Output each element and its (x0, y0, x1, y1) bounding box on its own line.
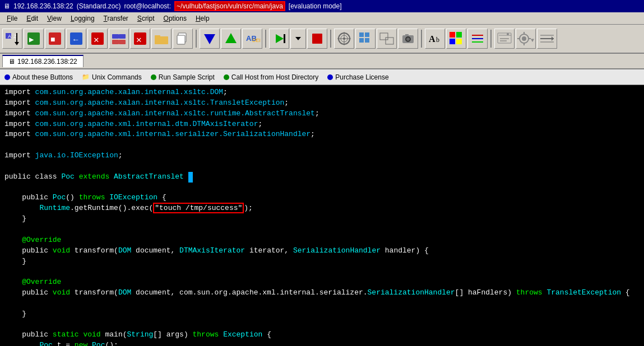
menu-edit[interactable]: Edit (22, 13, 43, 24)
toolbar-sep4 (421, 30, 422, 48)
svg-point-57 (507, 33, 509, 35)
code-line-9: public class Poc extends AbstractTransle… (4, 172, 640, 183)
title-icon: 🖥 (3, 2, 10, 10)
code-line-3: import com.sun.org.apache.xalan.internal… (4, 109, 640, 119)
toolbar-lines-btn[interactable] (467, 29, 488, 49)
toolbar-play-btn[interactable] (269, 29, 289, 49)
quick-callhost-btn[interactable]: Call Host from Host Directory (224, 73, 318, 81)
code-line-17: } (4, 256, 640, 267)
code-line-14 (4, 225, 640, 235)
svg-rect-40 (380, 33, 388, 40)
toolbar-multiwin-btn[interactable] (377, 29, 397, 49)
script-dot (151, 74, 156, 80)
quick-bar: About these Buttons 📁 Unix Commands Run … (0, 69, 644, 85)
svg-rect-38 (359, 38, 364, 43)
code-line-22: } (4, 309, 640, 320)
toolbar-down-btn[interactable] (200, 29, 220, 49)
code-line-10 (4, 183, 640, 193)
toolbar-sort-btn[interactable]: A Z (2, 29, 22, 49)
toolbar-multi-btn[interactable] (109, 29, 129, 49)
title-bar: 🖥 192.168.236.138:22 (Standard.zoc) root… (0, 0, 644, 12)
toolbar-red-x2-btn[interactable]: ✕ (130, 29, 150, 49)
svg-text:✕: ✕ (136, 35, 142, 45)
svg-marker-23 (204, 34, 215, 44)
toolbar-stop-btn[interactable] (307, 29, 327, 49)
code-line-4: import com.sun.org.apache.xml.internal.d… (4, 119, 640, 130)
svg-text:b: b (436, 36, 439, 44)
code-line-15: @Override (4, 235, 640, 246)
toolbar-green-btn[interactable]: ▶ (24, 29, 44, 49)
svg-rect-37 (365, 32, 369, 37)
tab-label: 192.168.236.138:22 (17, 58, 77, 66)
code-line-12: Runtime.getRuntime().exec("touch /tmp/su… (4, 203, 640, 214)
title-ip: 192.168.236.138:22 (13, 2, 73, 10)
svg-rect-22 (177, 35, 185, 44)
svg-point-44 (406, 38, 410, 41)
tab-192[interactable]: 🖥 192.168.236.138:22 (2, 55, 84, 67)
toolbar-target-btn[interactable] (334, 29, 354, 49)
toolbar-camera-btn[interactable] (398, 29, 418, 49)
svg-text:▶: ▶ (29, 35, 34, 44)
svg-rect-28 (284, 34, 285, 43)
toolbar-dropdown-btn[interactable] (290, 29, 306, 49)
quick-unix-btn[interactable]: 📁 Unix Commands (82, 73, 142, 81)
toolbar-sep3 (330, 30, 331, 48)
svg-rect-48 (450, 32, 455, 38)
menu-file[interactable]: File (2, 13, 22, 24)
toolbar-settings-btn[interactable]: ▼ (516, 29, 536, 49)
toolbar-font-btn[interactable]: A b (425, 29, 445, 49)
quick-script-btn[interactable]: Run Sample Script (151, 73, 215, 81)
code-line-5: import com.sun.org.apache.xml.internal.s… (4, 129, 640, 140)
toolbar-sep1 (196, 30, 197, 48)
toolbar-extend-btn[interactable] (537, 29, 557, 49)
toolbar-folder-btn[interactable] (151, 29, 172, 49)
quick-purchase-btn[interactable]: Purchase License (327, 73, 388, 81)
svg-marker-4 (15, 42, 19, 45)
menu-options[interactable]: Options (159, 13, 191, 24)
title-path: ~/vulhub/fastjson/vuln/src/main/java (174, 1, 285, 11)
toolbar-red-btn[interactable]: ■ (45, 29, 65, 49)
svg-marker-70 (552, 36, 554, 41)
purchase-dot (327, 74, 333, 80)
svg-rect-16 (119, 40, 126, 44)
code-line-18 (4, 266, 640, 277)
toolbar-red-x-btn[interactable]: ✕ (87, 29, 108, 49)
toolbar-color-btn[interactable] (446, 29, 466, 49)
toolbar-copy-btn[interactable] (173, 29, 193, 49)
svg-rect-15 (112, 40, 119, 44)
toolbar-up-btn[interactable] (221, 29, 241, 49)
svg-rect-30 (312, 34, 322, 44)
svg-rect-13 (112, 34, 119, 39)
toolbar-text-btn[interactable]: AB DEF (242, 29, 262, 49)
menu-script[interactable]: Script (133, 13, 159, 24)
svg-text:A: A (429, 34, 435, 44)
toolbar-tools-btn[interactable] (494, 29, 515, 49)
svg-text:A: A (8, 34, 11, 39)
menu-help[interactable]: Help (191, 13, 214, 24)
svg-rect-45 (405, 34, 409, 36)
code-line-7: import java.io.IOException; (4, 151, 640, 161)
code-line-11: public Poc() throws IOException { (4, 193, 640, 203)
unix-label: Unix Commands (92, 73, 142, 81)
code-line-1: import com.sun.org.apache.xalan.internal… (4, 87, 640, 98)
svg-rect-19 (155, 36, 168, 44)
quick-about-btn[interactable]: About these Buttons (4, 73, 73, 81)
code-line-20: public void transform(DOM document, com.… (4, 288, 640, 298)
svg-rect-36 (359, 32, 364, 37)
code-line-16: public void transform(DOM document, DTMA… (4, 246, 640, 256)
code-line-13: } (4, 214, 640, 225)
toolbar-grid-btn[interactable] (355, 29, 376, 49)
title-user: root@localhost: (124, 2, 171, 10)
menu-transfer[interactable]: Transfer (99, 13, 133, 24)
code-line-24: public static void main(String[] args) t… (4, 330, 640, 340)
svg-rect-49 (456, 32, 462, 38)
tab-icon: 🖥 (8, 58, 15, 66)
menu-logging[interactable]: Logging (66, 13, 99, 24)
about-dot (4, 74, 10, 80)
svg-rect-14 (119, 34, 126, 39)
toolbar-blue-btn[interactable]: ← (66, 29, 86, 49)
about-label: About these Buttons (12, 73, 73, 81)
menu-view[interactable]: View (43, 13, 66, 24)
title-standard: (Standard.zoc) (77, 2, 121, 10)
code-line-2: import com.sun.org.apache.xalan.internal… (4, 98, 640, 109)
